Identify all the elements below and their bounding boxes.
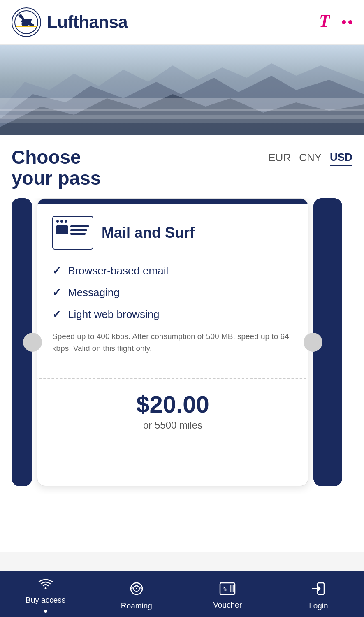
checkmark-2: ✓ xyxy=(52,286,61,299)
feature-item-3: ✓ Light web browsing xyxy=(52,308,293,321)
currency-usd[interactable]: USD xyxy=(330,151,352,166)
svg-text:%: % xyxy=(223,585,227,593)
feature-item-2: ✓ Messaging xyxy=(52,286,293,299)
pass-title: Choose your pass xyxy=(12,147,101,188)
nav-login[interactable]: Login xyxy=(273,581,364,610)
brand-name: Lufthansa xyxy=(47,12,128,32)
icon-block xyxy=(56,225,68,234)
svg-point-3 xyxy=(19,14,22,18)
telekom-signal xyxy=(342,20,352,24)
login-icon xyxy=(311,581,326,598)
bottom-nav: Buy access Roaming % xyxy=(0,571,364,617)
checkmark-1: ✓ xyxy=(52,264,61,277)
card-description: Speed up to 400 kbps. After consumption … xyxy=(52,331,293,366)
svg-rect-15 xyxy=(0,115,364,123)
login-label: Login xyxy=(309,601,328,610)
svg-point-16 xyxy=(44,587,46,589)
dot-2 xyxy=(348,20,352,24)
nav-roaming[interactable]: Roaming xyxy=(91,581,182,610)
voucher-label: Voucher xyxy=(213,601,242,610)
card-title: Mail and Surf xyxy=(102,224,195,241)
header-left: Lufthansa xyxy=(12,7,128,37)
main-card: Mail and Surf ✓ Browser-based email ✓ Me… xyxy=(37,198,308,486)
dot-1 xyxy=(342,20,346,24)
svg-point-19 xyxy=(136,588,137,589)
price-main: $20.00 xyxy=(52,390,293,418)
currency-selector: EUR CNY USD xyxy=(268,151,352,166)
partial-card-left xyxy=(12,198,32,486)
cards-scroll-area: Mail and Surf ✓ Browser-based email ✓ Me… xyxy=(12,198,352,494)
nav-buy-access[interactable]: Buy access xyxy=(0,579,91,613)
feature-text-1: Browser-based email xyxy=(68,264,168,277)
header-right: T xyxy=(317,10,352,35)
feature-text-2: Messaging xyxy=(68,286,120,299)
cards-row: Mail and Surf ✓ Browser-based email ✓ Me… xyxy=(12,198,352,494)
card-icon-title: Mail and Surf xyxy=(52,216,293,250)
telekom-logo: T xyxy=(317,10,338,35)
feature-list: ✓ Browser-based email ✓ Messaging ✓ Ligh… xyxy=(52,264,293,321)
pass-header: Choose your pass EUR CNY USD xyxy=(12,147,352,188)
roaming-icon xyxy=(129,581,144,598)
checkmark-3: ✓ xyxy=(52,308,61,321)
svg-marker-4 xyxy=(17,15,19,17)
price-miles: or 5500 miles xyxy=(52,420,293,431)
wifi-icon xyxy=(38,579,53,592)
feature-item-1: ✓ Browser-based email xyxy=(52,264,293,277)
roaming-label: Roaming xyxy=(121,601,152,610)
card-pricing: $20.00 or 5500 miles xyxy=(37,379,308,443)
voucher-icon: % xyxy=(219,582,236,597)
currency-cny[interactable]: CNY xyxy=(299,151,322,166)
hero-image xyxy=(0,45,364,135)
partial-card-right xyxy=(313,198,342,486)
feature-text-3: Light web browsing xyxy=(68,308,160,321)
nav-voucher[interactable]: % Voucher xyxy=(182,582,273,610)
card-top-bar xyxy=(37,199,308,204)
buy-access-label: Buy access xyxy=(26,596,65,605)
pass-section: Choose your pass EUR CNY USD xyxy=(0,135,364,494)
card-body: Mail and Surf ✓ Browser-based email ✓ Me… xyxy=(37,204,308,378)
header: Lufthansa T xyxy=(0,0,364,45)
main-content: Choose your pass EUR CNY USD xyxy=(0,135,364,552)
active-indicator xyxy=(44,610,47,613)
currency-eur[interactable]: EUR xyxy=(268,151,291,166)
lufthansa-logo xyxy=(12,7,41,37)
svg-text:T: T xyxy=(319,12,331,30)
mail-surf-icon xyxy=(52,216,93,250)
